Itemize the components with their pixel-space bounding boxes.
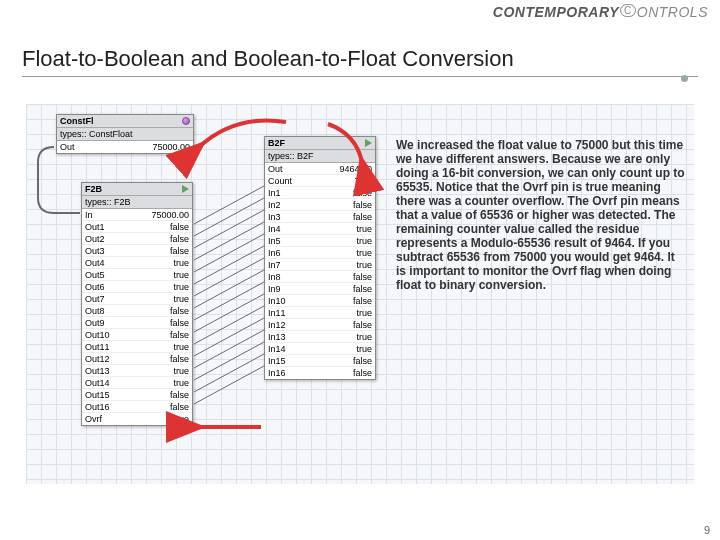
pin-row: In14true: [265, 343, 375, 355]
run-icon: [365, 139, 372, 147]
pin-row: Out16false: [82, 401, 192, 413]
pin-value: false: [353, 319, 372, 330]
pin-row: Out12false: [82, 353, 192, 365]
pin-value: false: [170, 305, 189, 316]
pin-label: In2: [268, 199, 281, 210]
explanation-text: We increased the float value to 75000 bu…: [396, 138, 688, 292]
pin-value: 7.00: [354, 175, 372, 186]
pin-value: false: [353, 283, 372, 294]
pin-value: 9464.00: [339, 163, 372, 174]
pin-label: In13: [268, 331, 286, 342]
pin-row: Out2false: [82, 233, 192, 245]
pin-label: In12: [268, 319, 286, 330]
pin-value: true: [173, 269, 189, 280]
pin-row: Out4true: [82, 257, 192, 269]
pin-row: Out75000.00: [57, 141, 193, 153]
pin-value: true: [173, 341, 189, 352]
pin-value: false: [353, 199, 372, 210]
pin-label: In16: [268, 367, 286, 379]
block-f2b-name: F2B: [85, 184, 102, 194]
title-bullet-dot: [681, 75, 688, 82]
pin-label: In4: [268, 223, 281, 234]
pin-label: Out3: [85, 245, 105, 256]
diagram-grid: ConstFl types:: ConstFloat Out75000.00 F…: [26, 104, 694, 484]
pin-row: Out5true: [82, 269, 192, 281]
pin-row: In16false: [265, 367, 375, 379]
block-constfl: ConstFl types:: ConstFloat Out75000.00: [56, 114, 194, 154]
pin-value: true: [356, 259, 372, 270]
pin-label: In9: [268, 283, 281, 294]
pin-row: Count7.00: [265, 175, 375, 187]
pin-label: In15: [268, 355, 286, 366]
logo-word1: CONTEMPORARY: [493, 4, 619, 20]
pin-value: false: [170, 317, 189, 328]
pin-value: false: [170, 401, 189, 412]
slide-title: Float-to-Boolean and Boolean-to-Float Co…: [22, 46, 698, 77]
pin-label: Out11: [85, 341, 110, 352]
pin-row: In6true: [265, 247, 375, 259]
pin-value: 75000.00: [152, 141, 190, 153]
pin-row: Out10false: [82, 329, 192, 341]
pin-label: Out8: [85, 305, 105, 316]
pin-value: true: [173, 257, 189, 268]
selected-indicator-icon: [182, 117, 190, 125]
pin-row: Out1false: [82, 221, 192, 233]
pin-value: false: [353, 187, 372, 198]
pin-row: Out7true: [82, 293, 192, 305]
pin-row: In75000.00: [82, 209, 192, 221]
pin-row: In9false: [265, 283, 375, 295]
pin-label: In: [85, 209, 93, 220]
pin-value: true: [173, 281, 189, 292]
pin-row: Out9464.00: [265, 163, 375, 175]
pin-label: Ovrf: [85, 413, 102, 425]
pin-value: true: [356, 307, 372, 318]
pin-row: In4true: [265, 223, 375, 235]
pin-label: In3: [268, 211, 281, 222]
pin-row: Out9false: [82, 317, 192, 329]
pin-value: true: [173, 413, 189, 425]
pin-label: Out7: [85, 293, 105, 304]
pin-row: Out14true: [82, 377, 192, 389]
brand-logo: CONTEMPORARYCONTROLS: [493, 4, 708, 20]
pin-label: In11: [268, 307, 286, 318]
explanation-paragraph: We increased the float value to 75000 bu…: [396, 138, 688, 292]
pin-value: false: [170, 389, 189, 400]
block-f2b-type: types:: F2B: [82, 196, 192, 209]
pin-row: Out11true: [82, 341, 192, 353]
pin-row: In15false: [265, 355, 375, 367]
pin-value: false: [353, 295, 372, 306]
pin-label: In10: [268, 295, 286, 306]
pin-row: In5true: [265, 235, 375, 247]
logo-badge: C: [620, 4, 636, 17]
pin-value: false: [353, 367, 372, 379]
pin-label: Out12: [85, 353, 110, 364]
pin-label: In14: [268, 343, 286, 354]
pin-row: In13true: [265, 331, 375, 343]
block-b2f-name: B2F: [268, 138, 285, 148]
logo-word2: ONTROLS: [637, 4, 708, 20]
pin-row: Out15false: [82, 389, 192, 401]
pin-value: false: [170, 221, 189, 232]
run-icon: [182, 185, 189, 193]
block-constfl-name: ConstFl: [60, 116, 94, 126]
pin-label: Out10: [85, 329, 110, 340]
pin-row: Out13true: [82, 365, 192, 377]
block-f2b: F2B types:: F2B In75000.00Out1falseOut2f…: [81, 182, 193, 426]
block-b2f: B2F types:: B2F Out9464.00Count7.00In1fa…: [264, 136, 376, 380]
pin-value: 75000.00: [151, 209, 189, 220]
pin-label: Out14: [85, 377, 110, 388]
pin-label: Out: [268, 163, 283, 174]
pin-label: Out13: [85, 365, 110, 376]
pin-label: Out2: [85, 233, 105, 244]
pin-row: Out6true: [82, 281, 192, 293]
pin-value: false: [170, 329, 189, 340]
pin-value: false: [353, 211, 372, 222]
pin-row: In7true: [265, 259, 375, 271]
slide-number: 9: [704, 524, 710, 536]
pin-row: In10false: [265, 295, 375, 307]
pin-value: true: [356, 343, 372, 354]
block-b2f-type: types:: B2F: [265, 150, 375, 163]
pin-row: Out8false: [82, 305, 192, 317]
pin-value: true: [173, 365, 189, 376]
pin-value: false: [353, 355, 372, 366]
